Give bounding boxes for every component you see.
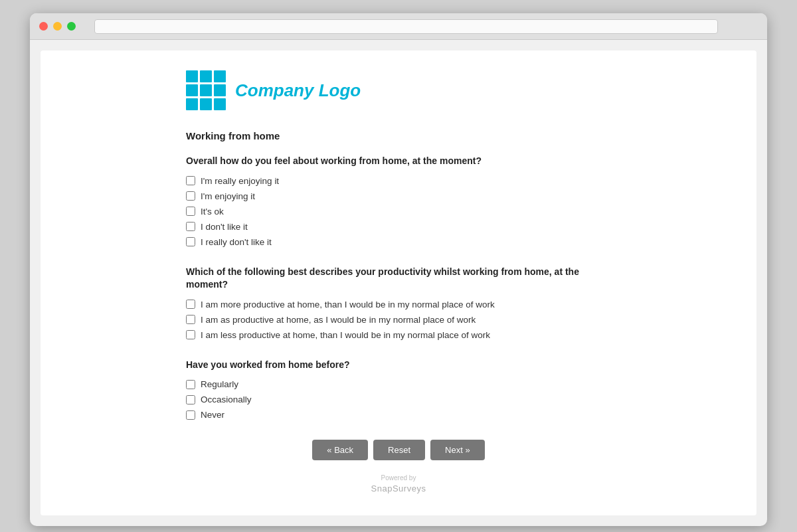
brand-name: SnapSurveys [186, 483, 611, 495]
footer: Powered by SnapSurveys [186, 474, 611, 495]
option-item-3-2[interactable]: Occasionally [186, 395, 611, 404]
next-button[interactable]: Next » [430, 440, 485, 460]
logo-cell-4 [186, 84, 198, 96]
checkbox-1-2[interactable] [186, 191, 195, 201]
checkbox-2-2[interactable] [186, 315, 195, 324]
option-item-2-1[interactable]: I am more productive at home, than I wou… [186, 300, 611, 310]
option-item-1-1[interactable]: I'm really enjoying it [186, 176, 611, 186]
option-item-3-3[interactable]: Never [186, 410, 611, 420]
checkbox-1-3[interactable] [186, 207, 195, 216]
questions-area: Overall how do you feel about working fr… [186, 155, 611, 420]
logo-cell-2 [200, 70, 212, 82]
option-item-1-4[interactable]: I don't like it [186, 222, 611, 232]
logo-cell-3 [214, 70, 226, 82]
option-label-3-1: Regularly [201, 379, 238, 389]
option-label-2-3: I am less productive at home, than I wou… [201, 330, 490, 340]
survey-container: Company Logo Working from home Overall h… [173, 70, 624, 495]
logo-cell-1 [186, 70, 198, 82]
option-item-3-1[interactable]: Regularly [186, 379, 611, 389]
option-label-3-3: Never [201, 410, 224, 420]
minimize-button[interactable] [53, 22, 62, 31]
close-button[interactable] [39, 22, 48, 31]
checkbox-2-3[interactable] [186, 330, 195, 339]
browser-window: Company Logo Working from home Overall h… [30, 13, 767, 526]
logo-cell-8 [200, 98, 212, 110]
logo-cell-7 [186, 98, 198, 110]
question-block-1: Overall how do you feel about working fr… [186, 155, 611, 247]
checkbox-1-1[interactable] [186, 176, 195, 185]
option-item-2-2[interactable]: I am as productive at home, as I would b… [186, 315, 611, 325]
browser-content: Company Logo Working from home Overall h… [41, 50, 756, 515]
option-label-2-2: I am as productive at home, as I would b… [201, 315, 476, 325]
logo-grid-icon [186, 70, 226, 110]
option-label-1-1: I'm really enjoying it [201, 176, 279, 186]
button-row: « Back Reset Next » [186, 440, 611, 460]
section-title: Working from home [186, 130, 611, 141]
option-item-1-2[interactable]: I'm enjoying it [186, 191, 611, 201]
option-item-1-5[interactable]: I really don't like it [186, 237, 611, 247]
maximize-button[interactable] [67, 22, 76, 31]
option-label-3-2: Occasionally [201, 395, 252, 404]
powered-by-label: Powered by [186, 474, 611, 483]
option-label-1-3: It's ok [201, 207, 224, 217]
option-item-2-3[interactable]: I am less productive at home, than I wou… [186, 330, 611, 340]
option-label-2-1: I am more productive at home, than I wou… [201, 300, 495, 310]
option-label-1-4: I don't like it [201, 222, 248, 232]
checkbox-2-1[interactable] [186, 300, 195, 309]
option-label-1-5: I really don't like it [201, 237, 272, 247]
logo-area: Company Logo [186, 70, 611, 110]
logo-cell-6 [214, 84, 226, 96]
option-label-1-2: I'm enjoying it [201, 191, 255, 201]
option-item-1-3[interactable]: It's ok [186, 207, 611, 217]
checkbox-3-3[interactable] [186, 410, 195, 420]
back-button[interactable]: « Back [312, 440, 368, 460]
question-text-3: Have you worked from home before? [186, 359, 611, 372]
checkbox-3-1[interactable] [186, 380, 195, 389]
question-block-2: Which of the following best describes yo… [186, 266, 611, 340]
address-bar[interactable] [94, 19, 718, 34]
checkbox-1-4[interactable] [186, 222, 195, 231]
question-block-3: Have you worked from home before?Regular… [186, 359, 611, 420]
logo-cell-5 [200, 84, 212, 96]
question-text-1: Overall how do you feel about working fr… [186, 155, 611, 168]
logo-cell-9 [214, 98, 226, 110]
checkbox-1-5[interactable] [186, 237, 195, 246]
browser-titlebar [30, 13, 767, 40]
reset-button[interactable]: Reset [373, 440, 425, 460]
company-logo-text: Company Logo [235, 80, 361, 101]
checkbox-3-2[interactable] [186, 395, 195, 404]
question-text-2: Which of the following best describes yo… [186, 266, 611, 292]
